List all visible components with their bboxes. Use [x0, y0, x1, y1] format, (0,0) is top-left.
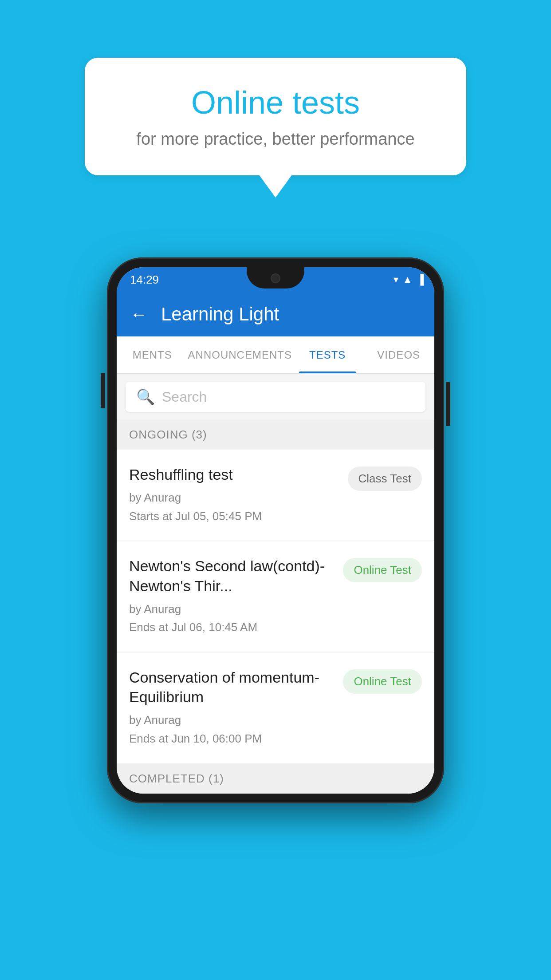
- tab-announcements[interactable]: ANNOUNCEMENTS: [188, 336, 292, 373]
- speech-bubble: Online tests for more practice, better p…: [85, 58, 466, 175]
- completed-section-header: COMPLETED (1): [117, 764, 434, 794]
- search-icon: 🔍: [136, 388, 155, 406]
- speech-bubble-area: Online tests for more practice, better p…: [85, 58, 466, 175]
- test-badge-conservation: Online Test: [343, 669, 422, 694]
- test-item-content-reshuffling: Reshuffling test by Anurag Starts at Jul…: [129, 465, 339, 526]
- notch: [247, 267, 304, 288]
- tab-videos[interactable]: VIDEOS: [363, 336, 434, 373]
- search-bar-container: 🔍 Search: [117, 374, 434, 420]
- test-title-conservation: Conservation of momentum-Equilibrium: [129, 668, 334, 707]
- phone-wrapper: 14:29 ▾ ▲ ▐ ← Learning Light MENTS ANNOU…: [107, 257, 444, 803]
- battery-icon: ▐: [417, 274, 424, 285]
- test-item-conservation[interactable]: Conservation of momentum-Equilibrium by …: [117, 652, 434, 764]
- test-by-conservation: by Anurag: [129, 711, 334, 730]
- wifi-icon: ▾: [394, 274, 398, 285]
- tab-ments[interactable]: MENTS: [117, 336, 188, 373]
- signal-icon: ▲: [403, 274, 413, 285]
- ongoing-header-text: ONGOING (3): [129, 428, 207, 441]
- test-badge-reshuffling: Class Test: [348, 466, 422, 491]
- status-time: 14:29: [130, 273, 159, 287]
- completed-header-text: COMPLETED (1): [129, 772, 224, 785]
- test-title-newtons: Newton's Second law(contd)-Newton's Thir…: [129, 556, 334, 595]
- search-input[interactable]: 🔍 Search: [126, 382, 425, 412]
- status-icons: ▾ ▲ ▐: [394, 274, 424, 285]
- app-bar: ← Learning Light: [117, 292, 434, 336]
- tab-tests[interactable]: TESTS: [292, 336, 363, 373]
- test-time-newtons: Ends at Jul 06, 10:45 AM: [129, 618, 334, 637]
- ongoing-section-header: ONGOING (3): [117, 420, 434, 450]
- test-by-reshuffling: by Anurag: [129, 489, 339, 507]
- bubble-title: Online tests: [120, 84, 431, 121]
- test-item-newtons[interactable]: Newton's Second law(contd)-Newton's Thir…: [117, 541, 434, 652]
- search-placeholder: Search: [162, 389, 207, 405]
- test-time-reshuffling: Starts at Jul 05, 05:45 PM: [129, 507, 339, 526]
- test-title-reshuffling: Reshuffling test: [129, 465, 339, 484]
- test-by-newtons: by Anurag: [129, 600, 334, 619]
- test-badge-newtons: Online Test: [343, 558, 422, 582]
- phone-frame: 14:29 ▾ ▲ ▐ ← Learning Light MENTS ANNOU…: [107, 257, 444, 803]
- test-item-content-conservation: Conservation of momentum-Equilibrium by …: [129, 668, 334, 748]
- bubble-subtitle: for more practice, better performance: [120, 130, 431, 149]
- tabs-bar: MENTS ANNOUNCEMENTS TESTS VIDEOS: [117, 336, 434, 374]
- camera-dot: [271, 273, 280, 283]
- phone-screen: 14:29 ▾ ▲ ▐ ← Learning Light MENTS ANNOU…: [117, 267, 434, 794]
- test-item-reshuffling[interactable]: Reshuffling test by Anurag Starts at Jul…: [117, 450, 434, 541]
- back-button[interactable]: ←: [130, 304, 148, 324]
- test-item-content-newtons: Newton's Second law(contd)-Newton's Thir…: [129, 556, 334, 637]
- app-bar-title: Learning Light: [161, 304, 279, 325]
- test-time-conservation: Ends at Jun 10, 06:00 PM: [129, 730, 334, 748]
